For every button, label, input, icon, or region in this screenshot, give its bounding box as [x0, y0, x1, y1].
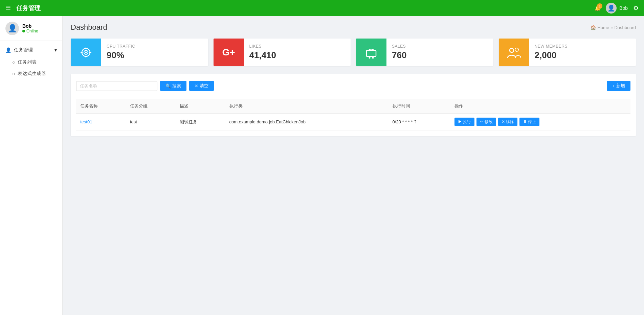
svg-point-11	[515, 48, 518, 51]
top-navbar: ☰ 任务管理 🔔 1 👤 Bob ⚙	[0, 0, 644, 16]
task-name-link[interactable]: test01	[80, 119, 92, 124]
sidebar-item-task-list[interactable]: ○ 任务列表	[0, 56, 62, 68]
task-table: 任务名称 任务分组 描述 执行类 执行时间 操作 test01 test 测试任…	[76, 99, 630, 130]
search-icon: 🔍	[165, 83, 171, 89]
notification-bell[interactable]: 🔔 1	[595, 5, 600, 11]
task-list-label: 任务列表	[18, 59, 37, 65]
sidebar-username: Bob	[22, 23, 38, 29]
breadcrumb-separator: »	[610, 25, 613, 30]
hamburger-icon[interactable]: ☰	[5, 4, 11, 12]
layout: 👤 Bob Online 👤 任务管理 ▾ ○ 任务列表	[0, 16, 644, 315]
cpu-label: CPU TRAFFIC	[107, 44, 203, 49]
stat-card-sales: SALES 760	[356, 39, 493, 66]
col-task-name: 任务名称	[76, 99, 126, 114]
sidebar-menu: 👤 任务管理 ▾ ○ 任务列表 ○ 表达式生成器	[0, 41, 62, 82]
sidebar-item-task-management[interactable]: 👤 任务管理 ▾	[0, 44, 62, 56]
edit-button[interactable]: ✏ 修改	[476, 118, 496, 126]
svg-rect-7	[367, 50, 376, 56]
execute-button[interactable]: ▶ 执行	[454, 118, 474, 126]
svg-point-10	[510, 48, 514, 52]
notification-badge: 1	[597, 3, 602, 9]
task-exec-class-cell: com.example.demo.job.EatChickenJob	[225, 114, 388, 130]
main-content: Dashboard 🏠 Home » Dashboard	[63, 16, 644, 315]
user-info[interactable]: 👤 Bob	[606, 3, 628, 14]
top-nav-right: 🔔 1 👤 Bob ⚙	[595, 3, 639, 14]
clear-button[interactable]: ✕ 清空	[189, 81, 214, 91]
cpu-icon	[71, 39, 101, 66]
sidebar-status: Online	[22, 29, 38, 33]
cpu-info: CPU TRAFFIC 90%	[101, 39, 208, 66]
search-button[interactable]: 🔍 搜索	[160, 81, 186, 91]
search-bar: 🔍 搜索 ✕ 清空 + 新增	[71, 74, 636, 96]
clear-icon: ✕	[195, 83, 198, 89]
likes-label: LIKES	[249, 44, 346, 49]
svg-point-8	[369, 57, 371, 58]
cpu-value: 90%	[107, 50, 203, 60]
likes-value: 41,410	[249, 50, 346, 60]
breadcrumb-home-icon: 🏠	[591, 25, 596, 30]
content-card: 🔍 搜索 ✕ 清空 + 新增	[71, 74, 636, 136]
task-actions-cell: ▶ 执行 ✏ 修改 ✕ 移除 ⏸ 停止	[450, 114, 630, 130]
circle-icon-2: ○	[12, 71, 15, 76]
stat-card-cpu: CPU TRAFFIC 90%	[71, 39, 208, 66]
plus-icon: +	[612, 83, 615, 89]
circle-icon: ○	[12, 59, 15, 65]
sidebar-avatar: 👤	[5, 22, 19, 35]
col-actions: 操作	[450, 99, 630, 114]
col-exec-time: 执行时间	[388, 99, 450, 114]
stat-card-likes: G+ LIKES 41,410	[214, 39, 351, 66]
expression-generator-label: 表达式生成器	[18, 71, 46, 77]
likes-icon: G+	[214, 39, 244, 66]
action-buttons: ▶ 执行 ✏ 修改 ✕ 移除 ⏸ 停止	[454, 118, 626, 126]
svg-point-9	[372, 57, 374, 58]
members-icon	[499, 39, 529, 66]
members-label: NEW MEMBERS	[535, 44, 631, 49]
sidebar-item-expression-generator[interactable]: ○ 表达式生成器	[0, 68, 62, 79]
page-title: Dashboard	[71, 23, 107, 32]
members-info: NEW MEMBERS 2,000	[529, 39, 636, 66]
app-title: 任务管理	[16, 4, 595, 12]
task-name-cell: test01	[76, 114, 126, 130]
page-header: Dashboard 🏠 Home » Dashboard	[71, 23, 636, 32]
col-task-group: 任务分组	[126, 99, 176, 114]
stop-button[interactable]: ⏸ 停止	[519, 118, 539, 126]
breadcrumb: 🏠 Home » Dashboard	[591, 25, 636, 30]
likes-info: LIKES 41,410	[244, 39, 351, 66]
table-wrapper: 任务名称 任务分组 描述 执行类 执行时间 操作 test01 test 测试任…	[71, 99, 636, 136]
svg-point-6	[85, 51, 87, 53]
stat-card-members: NEW MEMBERS 2,000	[499, 39, 636, 66]
sidebar-profile: 👤 Bob Online	[0, 16, 62, 41]
avatar: 👤	[606, 3, 617, 14]
chevron-down-icon: ▾	[54, 47, 57, 53]
members-value: 2,000	[535, 50, 631, 60]
task-exec-time-cell: 0/20 * * * * ?	[388, 114, 450, 130]
remove-button[interactable]: ✕ 移除	[498, 118, 517, 126]
sales-icon	[356, 39, 386, 66]
table-header-row: 任务名称 任务分组 描述 执行类 执行时间 操作	[76, 99, 630, 114]
task-group-cell: test	[126, 114, 176, 130]
user-name-label: Bob	[619, 5, 628, 11]
sales-value: 760	[392, 50, 488, 60]
col-desc: 描述	[176, 99, 225, 114]
task-management-icon: 👤	[5, 47, 11, 53]
search-input[interactable]	[76, 81, 157, 91]
settings-icon[interactable]: ⚙	[633, 4, 639, 12]
sidebar: 👤 Bob Online 👤 任务管理 ▾ ○ 任务列表	[0, 16, 63, 315]
stat-cards: CPU TRAFFIC 90% G+ LIKES 41,410	[71, 39, 636, 66]
sales-info: SALES 760	[386, 39, 493, 66]
breadcrumb-current: Dashboard	[614, 25, 636, 30]
online-indicator	[22, 30, 25, 32]
sales-label: SALES	[392, 44, 488, 49]
sidebar-user-info: Bob Online	[22, 23, 38, 33]
col-exec-class: 执行类	[225, 99, 388, 114]
new-button[interactable]: + 新增	[607, 81, 630, 91]
breadcrumb-home[interactable]: Home	[597, 25, 609, 30]
task-desc-cell: 测试任务	[176, 114, 225, 130]
table-row: test01 test 测试任务 com.example.demo.job.Ea…	[76, 114, 630, 130]
sidebar-group-label: 任务管理	[14, 47, 33, 53]
